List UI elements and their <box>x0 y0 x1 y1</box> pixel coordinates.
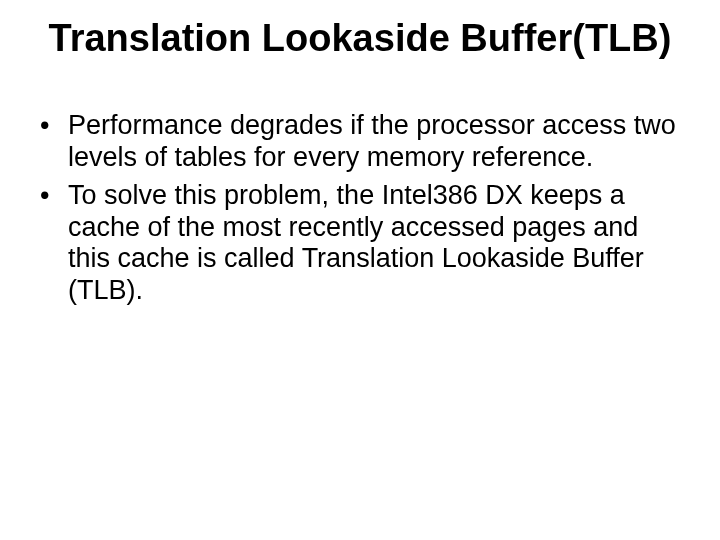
list-item: Performance degrades if the processor ac… <box>34 110 680 174</box>
slide-body: Performance degrades if the processor ac… <box>34 110 680 313</box>
slide: Translation Lookaside Buffer(TLB) Perfor… <box>0 0 720 540</box>
bullet-list: Performance degrades if the processor ac… <box>34 110 680 307</box>
slide-title: Translation Lookaside Buffer(TLB) <box>0 18 720 60</box>
list-item: To solve this problem, the Intel386 DX k… <box>34 180 680 307</box>
